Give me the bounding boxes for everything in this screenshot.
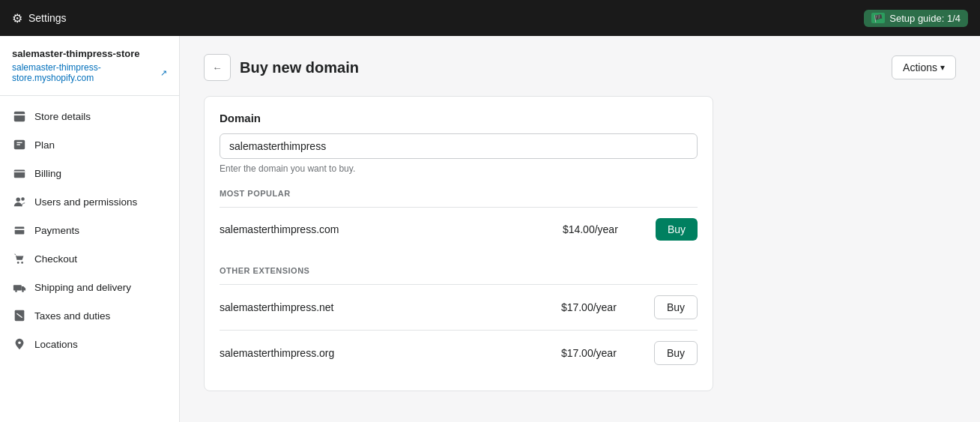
setup-guide-btn[interactable]: 🏴 Setup guide: 1/4 <box>864 10 968 27</box>
svg-rect-9 <box>13 285 22 290</box>
svg-point-16 <box>18 341 21 344</box>
back-arrow-icon: ← <box>212 62 222 73</box>
svg-rect-4 <box>16 174 19 175</box>
sidebar-item-taxes-label: Taxes and duties <box>34 310 110 322</box>
sidebar-item-locations[interactable]: Locations <box>0 330 179 358</box>
plan-icon <box>12 137 27 152</box>
settings-nav[interactable]: ⚙ Settings <box>12 11 67 25</box>
sidebar-item-users-permissions[interactable]: Users and permissions <box>0 187 179 216</box>
domain-input[interactable] <box>220 133 698 159</box>
svg-point-14 <box>16 316 19 319</box>
buy-button-net[interactable]: Buy <box>654 295 698 319</box>
sidebar-item-payments[interactable]: Payments <box>0 216 179 244</box>
actions-label: Actions <box>903 61 937 73</box>
domain-card: Domain Enter the domain you want to buy.… <box>204 96 713 391</box>
sidebar-item-billing[interactable]: Billing <box>0 159 179 187</box>
buy-button-com[interactable]: Buy <box>656 218 698 241</box>
domain-name-com: salemasterthimpress.com <box>220 223 563 235</box>
svg-rect-3 <box>14 170 25 178</box>
sidebar-item-payments-label: Payments <box>34 225 79 236</box>
flag-icon: 🏴 <box>871 13 885 23</box>
payments-icon <box>12 223 27 238</box>
svg-point-6 <box>21 197 25 201</box>
billing-icon <box>12 166 27 181</box>
main-layout: salemaster-thimpress-store salemaster-th… <box>0 36 980 422</box>
back-button[interactable]: ← <box>204 54 231 81</box>
actions-button[interactable]: Actions ▾ <box>892 55 956 79</box>
most-popular-label: MOST POPULAR <box>220 189 698 198</box>
svg-point-11 <box>22 290 24 292</box>
svg-point-7 <box>17 262 19 264</box>
domain-name-org: salemasterthimpress.org <box>220 347 561 359</box>
domain-row-net: salemasterthimpress.net $17.00/year Buy <box>220 284 698 330</box>
buy-button-org[interactable]: Buy <box>654 341 698 365</box>
users-icon <box>12 194 27 209</box>
shipping-icon <box>12 280 27 295</box>
store-name: salemaster-thimpress-store <box>12 48 167 59</box>
external-link-icon: ↗ <box>160 68 167 78</box>
taxes-icon <box>12 308 27 323</box>
chevron-down-icon: ▾ <box>940 62 945 73</box>
content-area: ← Buy new domain Actions ▾ Domain Enter … <box>180 36 980 422</box>
sidebar-item-plan-label: Plan <box>34 139 55 151</box>
store-url-link[interactable]: salemaster-thimpress-store.myshopify.com… <box>12 62 167 83</box>
svg-point-5 <box>16 198 20 202</box>
page-header-left: ← Buy new domain <box>204 54 359 81</box>
locations-icon <box>12 337 27 352</box>
sidebar-item-shipping[interactable]: Shipping and delivery <box>0 273 179 301</box>
sidebar-item-checkout[interactable]: Checkout <box>0 244 179 273</box>
sidebar-item-taxes[interactable]: Taxes and duties <box>0 301 179 330</box>
other-extensions-label: OTHER EXTENSIONS <box>220 266 698 275</box>
sidebar-item-billing-label: Billing <box>34 168 61 179</box>
input-hint: Enter the domain you want to buy. <box>220 163 698 174</box>
svg-point-15 <box>20 313 22 315</box>
domain-price-org: $17.00/year <box>561 347 636 359</box>
settings-label: Settings <box>28 12 67 24</box>
domain-price-com: $14.00/year <box>563 223 638 235</box>
domain-name-net: salemasterthimpress.net <box>220 301 561 313</box>
page-title: Buy new domain <box>240 59 359 76</box>
sidebar-item-checkout-label: Checkout <box>34 253 77 265</box>
checkout-icon <box>12 251 27 266</box>
other-extensions-section: OTHER EXTENSIONS salemasterthimpress.net… <box>220 266 698 376</box>
sidebar-item-store-details[interactable]: Store details <box>0 102 179 130</box>
svg-point-10 <box>15 290 17 292</box>
sidebar-item-store-details-label: Store details <box>34 111 91 122</box>
domain-row-org: salemasterthimpress.org $17.00/year Buy <box>220 330 698 376</box>
card-title: Domain <box>220 112 698 124</box>
sidebar-item-users-label: Users and permissions <box>34 196 137 208</box>
topbar: ⚙ Settings 🏴 Setup guide: 1/4 <box>0 0 980 36</box>
sidebar-item-plan[interactable]: Plan <box>0 130 179 159</box>
store-info: salemaster-thimpress-store salemaster-th… <box>0 48 179 96</box>
domain-row-com: salemasterthimpress.com $14.00/year Buy <box>220 207 698 251</box>
topbar-right: 🏴 Setup guide: 1/4 <box>864 10 968 27</box>
page-header: ← Buy new domain Actions ▾ <box>204 54 956 81</box>
domain-price-net: $17.00/year <box>561 301 636 313</box>
sidebar: salemaster-thimpress-store salemaster-th… <box>0 36 180 422</box>
store-icon <box>12 109 27 124</box>
gear-icon: ⚙ <box>12 11 22 25</box>
sidebar-item-locations-label: Locations <box>34 339 78 350</box>
setup-guide-label: Setup guide: 1/4 <box>889 13 961 24</box>
svg-point-8 <box>21 262 23 264</box>
sidebar-item-shipping-label: Shipping and delivery <box>34 282 131 293</box>
